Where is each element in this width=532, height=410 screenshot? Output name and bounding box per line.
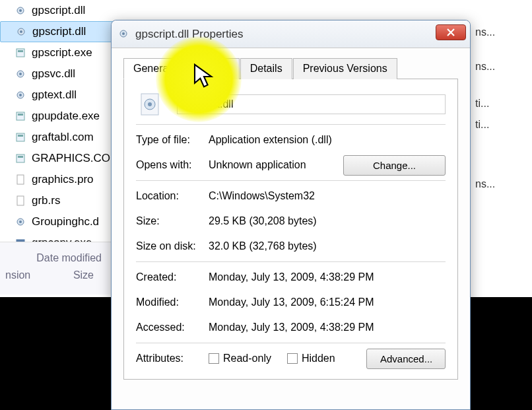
tab-details[interactable]: Details — [240, 58, 292, 79]
detail-label: Size — [73, 269, 107, 281]
text-fragment: ti... — [475, 98, 528, 119]
readonly-checkbox[interactable]: Read-only — [209, 353, 271, 364]
svg-rect-13 — [18, 135, 23, 137]
text-fragment: ns... — [475, 26, 528, 48]
file-icon — [15, 174, 26, 186]
file-name: gpupdate.exe — [32, 110, 100, 123]
attributes-label: Attributes: — [136, 353, 209, 364]
svg-rect-4 — [17, 49, 24, 57]
size-label: Size: — [136, 215, 209, 227]
tab-security[interactable]: Security — [182, 58, 240, 79]
file-name: gpsvc.dll — [32, 67, 75, 81]
file-type-icon — [136, 90, 165, 119]
detail-label: nsion — [5, 269, 30, 281]
svg-rect-16 — [17, 175, 24, 184]
gear-icon — [15, 5, 26, 17]
file-item[interactable]: gpscript.dll — [0, 0, 251, 21]
change-button[interactable]: Change... — [343, 155, 446, 176]
gear-icon — [15, 216, 26, 228]
file-name: gpscript.dll — [32, 4, 85, 17]
properties-dialog: gpscript.dll Properties General Security… — [111, 20, 471, 410]
right-column-fragments: ns... ns... ti... ti... ns... — [475, 26, 528, 199]
accessed-value: Monday, July 13, 2009, 4:38:29 PM — [209, 322, 446, 333]
tab-previous-versions[interactable]: Previous Versions — [293, 58, 397, 79]
filename-input[interactable] — [177, 94, 446, 114]
checkbox-icon — [287, 353, 298, 364]
tab-general[interactable]: General — [123, 58, 181, 79]
svg-rect-5 — [18, 50, 23, 52]
type-label: Type of file: — [136, 134, 209, 146]
readonly-label: Read-only — [223, 353, 271, 364]
svg-rect-17 — [17, 196, 24, 205]
hidden-checkbox[interactable]: Hidden — [287, 353, 335, 364]
size-on-disk-label: Size on disk: — [136, 240, 209, 252]
svg-point-1 — [19, 9, 22, 12]
type-value: Application extension (.dll) — [209, 134, 446, 146]
file-name: grb.rs — [32, 194, 60, 207]
svg-point-23 — [122, 32, 125, 35]
modified-label: Modified: — [136, 296, 209, 308]
app-icon — [15, 47, 26, 59]
app-icon — [15, 153, 26, 164]
dialog-icon — [118, 28, 130, 40]
location-label: Location: — [136, 190, 209, 202]
close-icon — [446, 28, 455, 37]
svg-rect-11 — [18, 114, 23, 116]
svg-point-7 — [19, 73, 22, 75]
file-name: GRAPHICS.CO — [32, 152, 110, 165]
file-name: gpscript.exe — [32, 46, 92, 59]
created-label: Created: — [136, 271, 209, 283]
close-button[interactable] — [436, 24, 466, 40]
checkbox-icon — [209, 353, 219, 364]
location-value: C:\Windows\System32 — [209, 190, 446, 202]
file-name: graftabl.com — [32, 131, 94, 144]
app-icon — [15, 110, 26, 122]
svg-rect-15 — [18, 156, 23, 158]
modified-value: Monday, July 13, 2009, 6:15:24 PM — [209, 296, 446, 308]
text-fragment: ns... — [475, 178, 528, 199]
file-name: gpscript.dll — [32, 25, 86, 38]
dialog-title: gpscript.dll Properties — [135, 28, 243, 41]
accessed-label: Accessed: — [136, 322, 209, 333]
svg-point-19 — [19, 221, 22, 223]
text-fragment: ns... — [475, 61, 528, 82]
gear-icon — [15, 89, 26, 101]
svg-rect-10 — [17, 112, 24, 120]
titlebar[interactable]: gpscript.dll Properties — [112, 20, 470, 48]
svg-point-26 — [148, 102, 152, 106]
app-icon — [15, 131, 26, 143]
file-name: graphics.pro — [32, 173, 94, 186]
opens-with-value: Unknown application — [209, 159, 343, 171]
tab-strip: General Security Details Previous Versio… — [123, 57, 458, 79]
gear-icon — [15, 26, 27, 38]
size-value: 29.5 KB (30,208 bytes) — [209, 215, 446, 227]
size-on-disk-value: 32.0 KB (32,768 bytes) — [209, 240, 446, 252]
svg-point-3 — [20, 30, 22, 33]
svg-point-9 — [19, 94, 22, 96]
file-name: gptext.dll — [32, 88, 77, 102]
hidden-label: Hidden — [302, 353, 335, 364]
svg-rect-14 — [17, 154, 24, 162]
opens-with-label: Opens with: — [136, 159, 209, 171]
gear-icon — [15, 68, 26, 80]
file-icon — [15, 195, 26, 207]
created-value: Monday, July 13, 2009, 4:38:29 PM — [209, 271, 446, 283]
details-pane: Date modified nsion Size — [0, 242, 112, 294]
tab-panel-general: Type of file: Application extension (.dl… — [123, 79, 458, 380]
file-name: Groupinghc.d — [32, 215, 99, 228]
text-fragment: ti... — [475, 119, 528, 140]
advanced-button[interactable]: Advanced... — [366, 349, 446, 369]
svg-rect-12 — [17, 133, 24, 141]
detail-label: Date modified — [5, 252, 107, 264]
